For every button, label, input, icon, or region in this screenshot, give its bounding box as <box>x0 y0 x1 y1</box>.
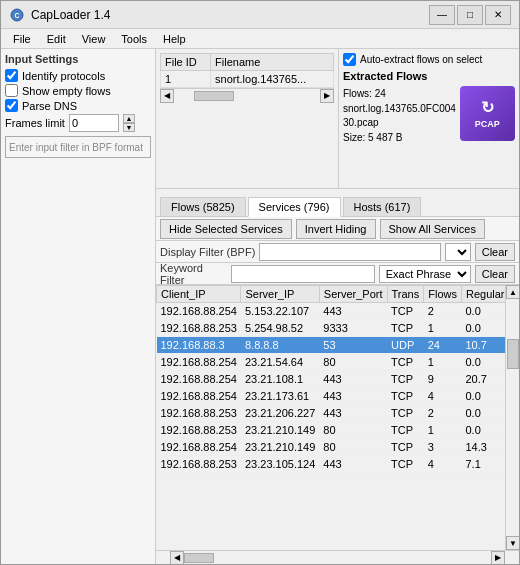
cell-4: 4 <box>424 456 462 473</box>
file-row[interactable]: 1 snort.log.143765... <box>161 71 334 88</box>
cell-4: 24 <box>424 337 462 354</box>
display-filter-label: Display Filter (BPF) <box>160 246 255 258</box>
display-filter-bar: Display Filter (BPF) Clear <box>156 241 519 263</box>
invert-hiding-btn[interactable]: Invert Hiding <box>296 219 376 239</box>
h-scroll-thumb[interactable] <box>184 553 214 563</box>
cell-1: 23.21.210.149 <box>241 422 319 439</box>
tab-flows[interactable]: Flows (5825) <box>160 197 246 216</box>
cell-0: 192.168.88.254 <box>157 303 241 320</box>
scroll-thumb[interactable] <box>194 91 234 101</box>
display-filter-clear-btn[interactable]: Clear <box>475 243 515 261</box>
frames-limit-input[interactable] <box>69 114 119 132</box>
table-row[interactable]: 192.168.88.25323.21.210.14980TCP10.0engi… <box>157 422 506 439</box>
display-filter-input[interactable] <box>259 243 440 261</box>
cell-0: 192.168.88.254 <box>157 354 241 371</box>
table-row[interactable]: 192.168.88.25423.21.173.61443TCP40.0dual… <box>157 388 506 405</box>
cell-1: 23.23.105.124 <box>241 456 319 473</box>
tab-services[interactable]: Services (796) <box>248 197 341 217</box>
col-regularity: Regularity <box>461 286 505 303</box>
scroll-up-btn[interactable]: ▲ <box>506 285 519 299</box>
cell-0: 192.168.88.253 <box>157 422 241 439</box>
scroll-right-btn[interactable]: ▶ <box>320 89 334 103</box>
auto-extract-checkbox[interactable] <box>343 53 356 66</box>
menu-help[interactable]: Help <box>155 31 194 47</box>
cell-0: 192.168.88.253 <box>157 405 241 422</box>
menu-file[interactable]: File <box>5 31 39 47</box>
flows-count: Flows: 24 <box>343 86 456 102</box>
frames-down-btn[interactable]: ▼ <box>123 123 135 132</box>
display-filter-dropdown[interactable] <box>445 243 471 261</box>
cell-1: 23.21.206.227 <box>241 405 319 422</box>
scroll-track <box>506 299 519 536</box>
table-scroll[interactable]: Client_IP Server_IP Server_Port Trans Fl… <box>156 285 505 550</box>
cell-4: 4 <box>424 388 462 405</box>
menu-bar: File Edit View Tools Help <box>1 29 519 49</box>
cell-2: 443 <box>319 388 387 405</box>
extracted-filename: snort.log.143765.0FC004 30.pcap <box>343 102 456 130</box>
minimize-button[interactable]: — <box>429 5 455 25</box>
pcap-badge: ↻ PCAP <box>460 86 515 141</box>
cell-5: 14.3 <box>461 439 505 456</box>
cell-2: 443 <box>319 371 387 388</box>
hide-selected-btn[interactable]: Hide Selected Services <box>160 219 292 239</box>
table-row[interactable]: 192.168.88.2535.254.98.529333TCP10.0 <box>157 320 506 337</box>
cell-0: 192.168.88.3 <box>157 337 241 354</box>
keyword-filter-input[interactable] <box>231 265 375 283</box>
close-button[interactable]: ✕ <box>485 5 511 25</box>
identify-protocols-row: Identify protocols <box>5 69 151 82</box>
left-panel: Input Settings Identify protocols Show e… <box>1 49 156 564</box>
tab-hosts[interactable]: Hosts (617) <box>343 197 422 216</box>
bpf-filter-input[interactable]: Enter input filter in BPF format <box>5 136 151 158</box>
parse-dns-row: Parse DNS <box>5 99 151 112</box>
table-row[interactable]: 192.168.88.25423.21.108.1443TCP920.700:1… <box>157 371 506 388</box>
file-horizontal-scrollbar[interactable]: ◀ ▶ <box>160 88 334 102</box>
actions-bar: Hide Selected Services Invert Hiding Sho… <box>156 217 519 241</box>
cell-3: TCP <box>387 371 424 388</box>
identify-protocols-label: Identify protocols <box>22 70 105 82</box>
table-area: Client_IP Server_IP Server_Port Trans Fl… <box>156 285 519 550</box>
menu-tools[interactable]: Tools <box>113 31 155 47</box>
vertical-scrollbar[interactable]: ▲ ▼ <box>505 285 519 550</box>
menu-edit[interactable]: Edit <box>39 31 74 47</box>
cell-4: 1 <box>424 320 462 337</box>
cell-1: 5.254.98.52 <box>241 320 319 337</box>
cell-1: 23.21.108.1 <box>241 371 319 388</box>
app-icon: C <box>9 7 25 23</box>
cell-0: 192.168.88.254 <box>157 371 241 388</box>
cell-2: 80 <box>319 354 387 371</box>
extracted-header: Auto-extract flows on select <box>343 53 515 66</box>
table-header-row: Client_IP Server_IP Server_Port Trans Fl… <box>157 286 506 303</box>
scroll-thumb-v[interactable] <box>507 339 519 369</box>
identify-protocols-checkbox[interactable] <box>5 69 18 82</box>
keyword-filter-dropdown[interactable]: Exact Phrase <box>379 265 471 283</box>
frames-limit-label: Frames limit <box>5 117 65 129</box>
table-row[interactable]: 192.168.88.38.8.8.853UDP2410.700:01:48 <box>157 337 506 354</box>
menu-view[interactable]: View <box>74 31 114 47</box>
table-row[interactable]: 192.168.88.25423.21.54.6480TCP10.0log-20… <box>157 354 506 371</box>
input-settings-title: Input Settings <box>5 53 151 65</box>
bottom-scrollbar[interactable]: ◀ ▶ <box>156 550 519 564</box>
table-row[interactable]: 192.168.88.25323.21.206.227443TCP20.0pix… <box>157 405 506 422</box>
cell-0: 192.168.88.254 <box>157 439 241 456</box>
table-row[interactable]: 192.168.88.2545.153.22.107443TCP20.0dx.s… <box>157 303 506 320</box>
table-row[interactable]: 192.168.88.25323.23.105.124443TCP47.100:… <box>157 456 506 473</box>
scroll-down-btn[interactable]: ▼ <box>506 536 519 550</box>
scroll-right-bottom[interactable]: ▶ <box>491 551 505 565</box>
top-right-section: File ID Filename 1 snort.log.143765... <box>156 49 519 189</box>
main-content: Input Settings Identify protocols Show e… <box>1 49 519 564</box>
parse-dns-label: Parse DNS <box>22 100 77 112</box>
scroll-left-bottom[interactable]: ◀ <box>170 551 184 565</box>
parse-dns-checkbox[interactable] <box>5 99 18 112</box>
pcap-icon: ↻ <box>481 98 494 117</box>
keyword-filter-clear-btn[interactable]: Clear <box>475 265 515 283</box>
scroll-left-btn[interactable]: ◀ <box>160 89 174 103</box>
cell-1: 8.8.8.8 <box>241 337 319 354</box>
maximize-button[interactable]: □ <box>457 5 483 25</box>
table-row[interactable]: 192.168.88.25423.21.210.14980TCP314.300:… <box>157 439 506 456</box>
cell-5: 0.0 <box>461 422 505 439</box>
frames-up-btn[interactable]: ▲ <box>123 114 135 123</box>
show-empty-flows-checkbox[interactable] <box>5 84 18 97</box>
bpf-placeholder: Enter input filter in BPF format <box>9 142 143 153</box>
show-all-btn[interactable]: Show All Services <box>380 219 485 239</box>
col-file-id: File ID <box>161 54 211 71</box>
